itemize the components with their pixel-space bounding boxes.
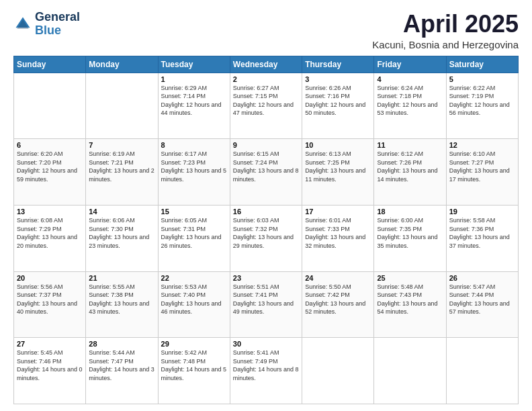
day-info: Sunrise: 6:26 AMSunset: 7:16 PMDaylight:… <box>305 84 371 118</box>
day-number: 12 <box>449 141 515 149</box>
day-info: Sunrise: 6:17 AMSunset: 7:23 PMDaylight:… <box>161 150 227 183</box>
day-number: 1 <box>161 75 227 83</box>
day-info: Sunrise: 5:44 AMSunset: 7:47 PMDaylight:… <box>89 349 154 382</box>
table-row: 3Sunrise: 6:26 AMSunset: 7:16 PMDaylight… <box>302 73 374 139</box>
col-saturday: Saturday <box>446 56 518 73</box>
table-row: 8Sunrise: 6:17 AMSunset: 7:23 PMDaylight… <box>158 139 230 205</box>
col-wednesday: Wednesday <box>230 56 302 73</box>
day-info: Sunrise: 5:51 AMSunset: 7:41 PMDaylight:… <box>233 283 299 316</box>
table-row: 26Sunrise: 5:47 AMSunset: 7:44 PMDayligh… <box>446 271 518 338</box>
day-info: Sunrise: 5:48 AMSunset: 7:43 PMDaylight:… <box>377 283 443 316</box>
day-number: 4 <box>377 75 443 83</box>
page: General Blue April 2025 Kacuni, Bosnia a… <box>0 0 532 411</box>
logo-text: General Blue <box>35 11 80 38</box>
table-row: 9Sunrise: 6:15 AMSunset: 7:24 PMDaylight… <box>230 139 302 205</box>
table-row: 16Sunrise: 6:03 AMSunset: 7:32 PMDayligh… <box>230 205 302 271</box>
day-info: Sunrise: 6:22 AMSunset: 7:19 PMDaylight:… <box>449 84 515 118</box>
table-row: 22Sunrise: 5:53 AMSunset: 7:40 PMDayligh… <box>158 271 230 338</box>
day-info: Sunrise: 5:45 AMSunset: 7:46 PMDaylight:… <box>17 349 83 382</box>
table-row: 29Sunrise: 5:42 AMSunset: 7:48 PMDayligh… <box>158 338 230 404</box>
table-row: 27Sunrise: 5:45 AMSunset: 7:46 PMDayligh… <box>14 338 86 404</box>
col-friday: Friday <box>374 56 446 73</box>
col-sunday: Sunday <box>14 56 86 73</box>
col-thursday: Thursday <box>302 56 374 73</box>
logo-blue: Blue <box>35 24 61 37</box>
table-row <box>86 73 158 139</box>
col-tuesday: Tuesday <box>158 56 230 73</box>
day-number: 10 <box>305 141 371 149</box>
table-row: 24Sunrise: 5:50 AMSunset: 7:42 PMDayligh… <box>302 271 374 338</box>
table-row <box>14 73 86 139</box>
day-info: Sunrise: 5:47 AMSunset: 7:44 PMDaylight:… <box>449 283 515 316</box>
table-row: 7Sunrise: 6:19 AMSunset: 7:21 PMDaylight… <box>86 139 158 205</box>
day-number: 7 <box>89 141 154 149</box>
day-number: 24 <box>305 274 371 282</box>
table-row: 18Sunrise: 6:00 AMSunset: 7:35 PMDayligh… <box>374 205 446 271</box>
day-info: Sunrise: 6:19 AMSunset: 7:21 PMDaylight:… <box>89 150 154 183</box>
day-info: Sunrise: 6:20 AMSunset: 7:20 PMDaylight:… <box>17 150 83 183</box>
calendar-week-2: 6Sunrise: 6:20 AMSunset: 7:20 PMDaylight… <box>14 139 519 205</box>
day-info: Sunrise: 6:29 AMSunset: 7:14 PMDaylight:… <box>161 84 227 118</box>
day-number: 28 <box>89 340 154 348</box>
day-number: 27 <box>17 340 83 348</box>
day-number: 17 <box>305 208 371 216</box>
calendar-body: 1Sunrise: 6:29 AMSunset: 7:14 PMDaylight… <box>14 73 519 404</box>
day-number: 3 <box>305 75 371 83</box>
month-title: April 2025 <box>372 11 519 38</box>
table-row: 30Sunrise: 5:41 AMSunset: 7:49 PMDayligh… <box>230 338 302 404</box>
col-monday: Monday <box>86 56 158 73</box>
day-number: 21 <box>89 274 154 282</box>
day-number: 14 <box>89 208 154 216</box>
day-number: 29 <box>161 340 227 348</box>
table-row: 14Sunrise: 6:06 AMSunset: 7:30 PMDayligh… <box>86 205 158 271</box>
day-info: Sunrise: 6:10 AMSunset: 7:27 PMDaylight:… <box>449 150 515 183</box>
day-info: Sunrise: 6:01 AMSunset: 7:33 PMDaylight:… <box>305 216 371 250</box>
table-row: 19Sunrise: 5:58 AMSunset: 7:36 PMDayligh… <box>446 205 518 271</box>
day-number: 20 <box>17 274 83 282</box>
table-row <box>374 338 446 404</box>
day-info: Sunrise: 6:05 AMSunset: 7:31 PMDaylight:… <box>161 216 227 250</box>
table-row: 5Sunrise: 6:22 AMSunset: 7:19 PMDaylight… <box>446 73 518 139</box>
header: General Blue April 2025 Kacuni, Bosnia a… <box>13 11 519 50</box>
logo-icon <box>13 15 32 34</box>
table-row: 11Sunrise: 6:12 AMSunset: 7:26 PMDayligh… <box>374 139 446 205</box>
day-number: 25 <box>377 274 443 282</box>
table-row: 1Sunrise: 6:29 AMSunset: 7:14 PMDaylight… <box>158 73 230 139</box>
calendar-week-3: 13Sunrise: 6:08 AMSunset: 7:29 PMDayligh… <box>14 205 519 271</box>
day-info: Sunrise: 6:06 AMSunset: 7:30 PMDaylight:… <box>89 216 154 250</box>
table-row <box>446 338 518 404</box>
day-info: Sunrise: 6:24 AMSunset: 7:18 PMDaylight:… <box>377 84 443 118</box>
table-row: 28Sunrise: 5:44 AMSunset: 7:47 PMDayligh… <box>86 338 158 404</box>
calendar-week-5: 27Sunrise: 5:45 AMSunset: 7:46 PMDayligh… <box>14 338 519 404</box>
day-info: Sunrise: 6:08 AMSunset: 7:29 PMDaylight:… <box>17 216 83 250</box>
day-info: Sunrise: 5:58 AMSunset: 7:36 PMDaylight:… <box>449 216 515 250</box>
table-row: 17Sunrise: 6:01 AMSunset: 7:33 PMDayligh… <box>302 205 374 271</box>
calendar-week-1: 1Sunrise: 6:29 AMSunset: 7:14 PMDaylight… <box>14 73 519 139</box>
day-number: 2 <box>233 75 299 83</box>
day-number: 18 <box>377 208 443 216</box>
table-row: 12Sunrise: 6:10 AMSunset: 7:27 PMDayligh… <box>446 139 518 205</box>
table-row: 25Sunrise: 5:48 AMSunset: 7:43 PMDayligh… <box>374 271 446 338</box>
table-row: 23Sunrise: 5:51 AMSunset: 7:41 PMDayligh… <box>230 271 302 338</box>
day-info: Sunrise: 6:27 AMSunset: 7:15 PMDaylight:… <box>233 84 299 118</box>
day-number: 23 <box>233 274 299 282</box>
day-number: 8 <box>161 141 227 149</box>
logo-general: General <box>35 10 80 24</box>
table-row: 4Sunrise: 6:24 AMSunset: 7:18 PMDaylight… <box>374 73 446 139</box>
location: Kacuni, Bosnia and Herzegovina <box>372 39 519 50</box>
table-row: 15Sunrise: 6:05 AMSunset: 7:31 PMDayligh… <box>158 205 230 271</box>
calendar-table: Sunday Monday Tuesday Wednesday Thursday… <box>13 56 519 404</box>
day-info: Sunrise: 5:55 AMSunset: 7:38 PMDaylight:… <box>89 283 154 316</box>
table-row: 20Sunrise: 5:56 AMSunset: 7:37 PMDayligh… <box>14 271 86 338</box>
title-block: April 2025 Kacuni, Bosnia and Herzegovin… <box>372 11 519 50</box>
day-number: 16 <box>233 208 299 216</box>
table-row: 21Sunrise: 5:55 AMSunset: 7:38 PMDayligh… <box>86 271 158 338</box>
table-row: 6Sunrise: 6:20 AMSunset: 7:20 PMDaylight… <box>14 139 86 205</box>
day-info: Sunrise: 6:12 AMSunset: 7:26 PMDaylight:… <box>377 150 443 183</box>
day-number: 11 <box>377 141 443 149</box>
day-number: 26 <box>449 274 515 282</box>
day-number: 6 <box>17 141 83 149</box>
calendar-header-row: Sunday Monday Tuesday Wednesday Thursday… <box>14 56 519 73</box>
day-number: 9 <box>233 141 299 149</box>
table-row <box>302 338 374 404</box>
